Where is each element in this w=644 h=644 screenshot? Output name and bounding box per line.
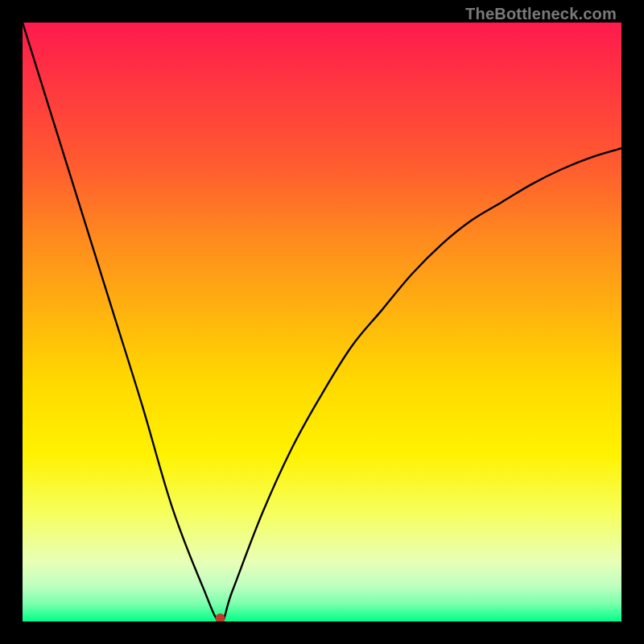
minimum-marker [216, 613, 225, 621]
chart-frame: TheBottleneck.com [0, 0, 644, 644]
bottleneck-curve [23, 23, 621, 621]
plot-area [23, 23, 621, 621]
chart-svg [23, 23, 621, 621]
watermark-text: TheBottleneck.com [465, 5, 617, 23]
